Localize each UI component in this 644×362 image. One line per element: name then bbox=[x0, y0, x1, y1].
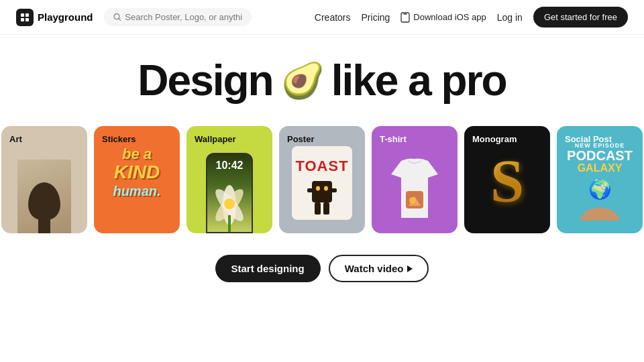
sticker-line2: KIND bbox=[101, 162, 173, 183]
card-stickers[interactable]: Stickers be a KIND human. bbox=[94, 126, 180, 233]
svg-point-11 bbox=[224, 198, 235, 209]
card-poster-label: Poster bbox=[287, 134, 314, 144]
navbar: Playground Creators Pricing Download iOS… bbox=[0, 0, 644, 35]
card-art[interactable]: Art bbox=[1, 126, 87, 233]
avocado-emoji: 🥑 bbox=[281, 63, 323, 98]
logo-text: Playground bbox=[38, 11, 93, 23]
hands-icon bbox=[576, 200, 623, 221]
svg-point-18 bbox=[316, 186, 320, 191]
play-icon bbox=[407, 265, 413, 272]
search-icon bbox=[113, 13, 121, 21]
nav-left: Playground bbox=[16, 8, 252, 26]
tshirt-icon bbox=[384, 158, 445, 221]
nav-ios-link[interactable]: Download iOS app bbox=[400, 12, 486, 23]
ios-label: Download iOS app bbox=[413, 12, 486, 22]
toast-figure-icon bbox=[305, 178, 339, 215]
search-box[interactable] bbox=[104, 8, 252, 26]
bottom-buttons: Start designing Watch video bbox=[0, 255, 644, 282]
card-monogram-label: Monogram bbox=[472, 134, 517, 144]
poster-toast-title: TOAST bbox=[295, 158, 348, 175]
svg-rect-3 bbox=[25, 18, 29, 21]
sticker-line3: human. bbox=[113, 184, 160, 198]
hero-title-part1: Design bbox=[138, 59, 272, 102]
phone-time: 10:42 bbox=[216, 160, 244, 172]
hero-section: Design 🥑 like a pro bbox=[0, 35, 644, 115]
card-wallpaper[interactable]: Wallpaper 10:42 bbox=[186, 126, 272, 233]
logo-icon bbox=[16, 9, 34, 26]
watch-video-button[interactable]: Watch video bbox=[329, 255, 429, 282]
svg-rect-0 bbox=[21, 13, 24, 17]
card-art-label: Art bbox=[9, 134, 22, 144]
phone-screen: 10:42 bbox=[207, 154, 252, 232]
card-tshirt[interactable]: T-shirt bbox=[372, 126, 458, 233]
login-button[interactable]: Log in bbox=[497, 12, 523, 23]
svg-point-19 bbox=[324, 186, 328, 191]
art-figure bbox=[17, 160, 71, 233]
monogram-s: S bbox=[490, 147, 524, 216]
card-monogram[interactable]: Monogram S bbox=[464, 126, 550, 233]
nav-right: Creators Pricing Download iOS app Log in… bbox=[315, 7, 628, 27]
card-tshirt-label: T-shirt bbox=[380, 134, 407, 144]
nav-pricing-link[interactable]: Pricing bbox=[362, 12, 390, 23]
svg-line-5 bbox=[119, 19, 121, 21]
flower-icon bbox=[209, 178, 250, 232]
svg-rect-15 bbox=[330, 188, 337, 192]
poster-toast-card: TOAST bbox=[292, 146, 352, 220]
svg-rect-16 bbox=[315, 202, 321, 215]
logo[interactable]: Playground bbox=[16, 9, 93, 26]
social-galaxy: GALAXY bbox=[564, 162, 636, 174]
card-social[interactable]: Social Post NEW EPISODE PODCAST GALAXY 🌍 bbox=[557, 126, 643, 233]
phone-illustration: 10:42 bbox=[206, 153, 253, 233]
hero-title-part2: like a pro bbox=[331, 59, 506, 102]
card-poster[interactable]: Poster TOAST bbox=[279, 126, 365, 233]
cards-row: Art Stickers be a KIND human. Wallpaper … bbox=[0, 126, 644, 233]
card-social-label: Social Post bbox=[565, 134, 612, 144]
card-stickers-label: Stickers bbox=[102, 134, 136, 144]
svg-rect-1 bbox=[25, 13, 29, 17]
hero-title: Design 🥑 like a pro bbox=[138, 59, 506, 102]
nav-creators-link[interactable]: Creators bbox=[315, 12, 351, 23]
svg-rect-2 bbox=[21, 18, 24, 21]
sticker-line1: be a bbox=[101, 146, 173, 162]
art-neck bbox=[38, 215, 50, 233]
svg-point-21 bbox=[409, 197, 416, 204]
start-designing-button[interactable]: Start designing bbox=[215, 255, 321, 282]
card-wallpaper-label: Wallpaper bbox=[195, 134, 236, 144]
svg-rect-17 bbox=[323, 202, 329, 215]
get-started-button[interactable]: Get started for free bbox=[533, 7, 628, 27]
svg-rect-12 bbox=[228, 215, 231, 232]
phone-icon bbox=[400, 12, 410, 23]
social-podcast: PODCAST bbox=[564, 149, 636, 162]
svg-rect-13 bbox=[312, 181, 332, 202]
social-hands-emoji: 🌍 bbox=[564, 178, 636, 200]
search-input[interactable] bbox=[125, 12, 241, 22]
svg-rect-14 bbox=[307, 188, 314, 192]
watch-video-label: Watch video bbox=[345, 263, 404, 274]
